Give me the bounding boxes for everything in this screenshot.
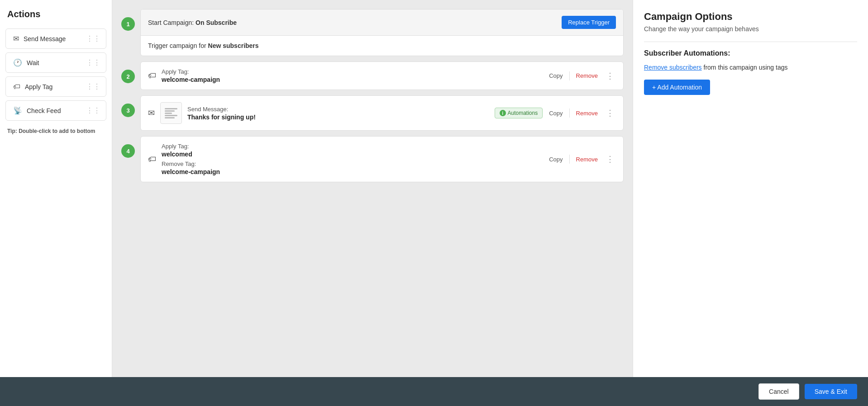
- step-3-actions: i Automations Copy Remove ⋮: [495, 107, 616, 119]
- check-feed-icon: 📡: [13, 106, 22, 115]
- section-title: Subscriber Automations:: [644, 49, 857, 57]
- trigger-title: Start Campaign: On Subscribe: [148, 19, 237, 26]
- drag-handle[interactable]: ⋮⋮: [86, 58, 100, 67]
- drag-handle[interactable]: ⋮⋮: [86, 82, 100, 91]
- step-2-body: 🏷 Apply Tag: welcome-campaign Copy Remov…: [141, 62, 623, 90]
- drag-handle[interactable]: ⋮⋮: [86, 106, 100, 115]
- trigger-header: Start Campaign: On Subscribe Replace Tri…: [141, 9, 623, 36]
- wait-icon: 🕐: [13, 58, 22, 67]
- add-automation-button[interactable]: + Add Automation: [644, 80, 710, 95]
- tip-bold: Tip:: [7, 128, 17, 134]
- remove-subscribers-link[interactable]: Remove subscribers: [644, 64, 702, 71]
- envelope-icon: ✉: [148, 108, 155, 118]
- step-1-card: Start Campaign: On Subscribe Replace Tri…: [140, 9, 624, 56]
- sidebar-item-label: Check Feed: [27, 107, 61, 114]
- divider: [569, 155, 570, 164]
- step-4-number: 4: [121, 144, 135, 158]
- tag-icon-2: 🏷: [148, 155, 156, 164]
- sidebar-item-apply-tag[interactable]: 🏷 Apply Tag ⋮⋮: [5, 76, 106, 97]
- step-4-row: 4 🏷 Apply Tag: welcomed Remove Tag: welc…: [121, 136, 624, 182]
- step-3-row: 3 ✉ Send Message:: [121, 95, 624, 131]
- step-2-value: welcome-campaign: [162, 76, 541, 83]
- automations-badge-label: Automations: [508, 110, 538, 116]
- step-2-card: 🏷 Apply Tag: welcome-campaign Copy Remov…: [140, 61, 624, 90]
- sidebar-item-send-message[interactable]: ✉ Send Message ⋮⋮: [5, 28, 106, 49]
- step-3-value: Thanks for signing up!: [187, 113, 489, 121]
- sidebar-item-label: Apply Tag: [25, 83, 52, 90]
- sidebar-item-wait[interactable]: 🕐 Wait ⋮⋮: [5, 52, 106, 73]
- step-3-more-button[interactable]: ⋮: [604, 107, 616, 119]
- step-4-remove-button[interactable]: Remove: [573, 154, 601, 165]
- tag-icon: 🏷: [148, 71, 156, 80]
- step-4-copy-button[interactable]: Copy: [546, 154, 565, 165]
- sidebar: Actions ✉ Send Message ⋮⋮ 🕐 Wait ⋮⋮ 🏷 Ap…: [0, 0, 112, 377]
- step-4-body: 🏷 Apply Tag: welcomed Remove Tag: welcom…: [141, 137, 623, 182]
- step-1-row: 1 Start Campaign: On Subscribe Replace T…: [121, 9, 624, 56]
- send-message-icon: ✉: [13, 34, 19, 43]
- sidebar-item-label: Wait: [27, 59, 39, 66]
- step-4-actions: Copy Remove ⋮: [546, 153, 616, 165]
- trigger-value: New subscribers: [208, 42, 259, 49]
- sidebar-item-check-feed[interactable]: 📡 Check Feed ⋮⋮: [5, 100, 106, 121]
- automations-badge-icon: i: [500, 110, 506, 116]
- automations-badge[interactable]: i Automations: [495, 108, 543, 118]
- save-exit-button[interactable]: Save & Exit: [805, 384, 857, 399]
- step-4-more-button[interactable]: ⋮: [604, 153, 616, 165]
- message-preview-icon: [160, 102, 182, 124]
- panel-divider: [644, 42, 857, 42]
- step-3-remove-button[interactable]: Remove: [573, 108, 601, 118]
- main-content: 1 Start Campaign: On Subscribe Replace T…: [112, 0, 633, 377]
- step-4-content: Apply Tag: welcomed Remove Tag: welcome-…: [162, 143, 541, 175]
- step-3-label: Send Message:: [187, 106, 489, 113]
- footer: Cancel Save & Exit: [0, 377, 868, 406]
- trigger-body: Trigger campaign for New subscribers: [141, 36, 623, 56]
- step-2-copy-button[interactable]: Copy: [546, 71, 565, 81]
- replace-trigger-button[interactable]: Replace Trigger: [562, 16, 616, 29]
- tip-text: Tip: Double-click to add to bottom: [0, 123, 112, 140]
- step-2-row: 2 🏷 Apply Tag: welcome-campaign Copy Rem…: [121, 61, 624, 90]
- drag-handle[interactable]: ⋮⋮: [86, 34, 100, 43]
- apply-tag-icon: 🏷: [13, 83, 20, 91]
- step-3-body: ✉ Send Message: Thanks for signing up!: [141, 96, 623, 130]
- trigger-bold: On Subscribe: [196, 19, 237, 26]
- step-4-remove-label: Remove Tag:: [162, 161, 541, 167]
- trigger-prefix: Start Campaign:: [148, 19, 196, 26]
- step-3-number: 3: [121, 104, 135, 117]
- panel-subtitle: Change the way your campaign behaves: [644, 25, 857, 33]
- step-4-remove-value: welcome-campaign: [162, 168, 541, 175]
- step-4-apply-value: welcomed: [162, 151, 541, 158]
- step-2-number: 2: [121, 70, 135, 83]
- right-panel: Campaign Options Change the way your cam…: [633, 0, 868, 377]
- automation-text: Remove subscribers from this campaign us…: [644, 63, 857, 72]
- divider: [569, 109, 570, 118]
- step-3-content: Send Message: Thanks for signing up!: [187, 106, 489, 121]
- step-2-remove-button[interactable]: Remove: [573, 71, 601, 81]
- step-2-label: Apply Tag:: [162, 68, 541, 75]
- step-3-card: ✉ Send Message: Thanks for signing up!: [140, 95, 624, 131]
- step-1-number: 1: [121, 17, 135, 31]
- trigger-label: Trigger campaign for: [148, 42, 208, 49]
- step-4-card: 🏷 Apply Tag: welcomed Remove Tag: welcom…: [140, 136, 624, 182]
- divider: [569, 71, 570, 80]
- cancel-button[interactable]: Cancel: [758, 383, 799, 400]
- panel-title: Campaign Options: [644, 11, 857, 23]
- sidebar-title: Actions: [0, 9, 112, 27]
- step-2-more-button[interactable]: ⋮: [604, 70, 616, 82]
- automation-text-after: from this campaign using tags: [702, 64, 788, 71]
- step-3-copy-button[interactable]: Copy: [546, 108, 565, 118]
- step-2-content: Apply Tag: welcome-campaign: [162, 68, 541, 83]
- sidebar-item-label: Send Message: [24, 35, 66, 42]
- tip-content: Double-click to add to bottom: [19, 128, 95, 134]
- step-2-actions: Copy Remove ⋮: [546, 70, 616, 82]
- step-4-apply-label: Apply Tag:: [162, 143, 541, 150]
